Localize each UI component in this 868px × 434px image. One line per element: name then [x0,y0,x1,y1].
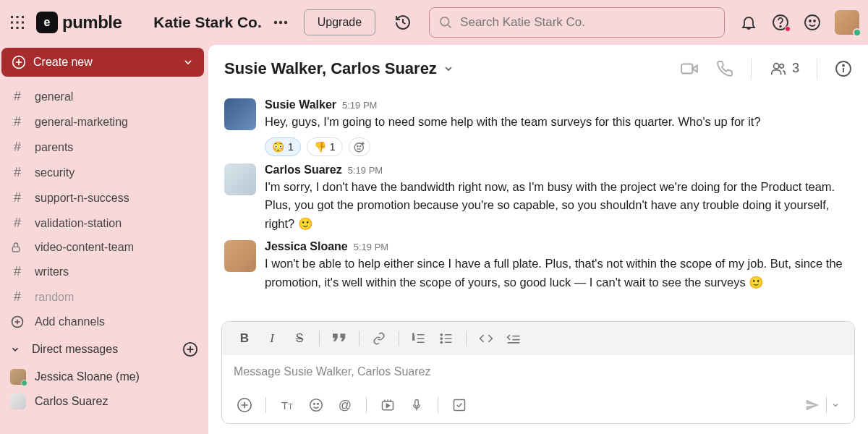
workspace-menu-icon[interactable] [273,20,288,25]
bullet-list-button[interactable] [434,328,459,349]
notifications-icon[interactable] [739,13,758,32]
message-avatar[interactable] [224,163,256,195]
reaction[interactable]: 😳1 [265,137,301,156]
add-channels-button[interactable]: Add channels [0,310,208,334]
italic-button[interactable]: I [260,328,284,349]
svg-rect-22 [12,247,19,252]
dm-name: Jessica Sloane (me) [35,370,140,383]
channel-item-writers[interactable]: #writers [0,259,208,284]
message: Susie Walker5:19 PMHey, guys, I'm going … [224,98,852,156]
channel-item-support-n-success[interactable]: #support-n-success [0,185,208,210]
svg-point-18 [814,20,815,22]
audio-call-icon[interactable] [716,60,733,77]
mention-icon[interactable]: @ [333,394,357,416]
current-user-avatar[interactable] [835,10,859,35]
message-input[interactable]: Message Susie Walker, Carlos Suarez [222,355,854,388]
history-icon[interactable] [391,11,414,34]
svg-point-49 [441,334,442,336]
presence-dot [21,380,27,386]
message-avatar[interactable] [224,98,256,130]
logo[interactable]: e pumble [36,12,122,33]
conversation-title[interactable]: Susie Walker, Carlos Suarez [224,59,437,78]
presence-indicator [853,28,861,37]
channel-name: parents [35,141,73,154]
channel-item-random[interactable]: #random [0,284,208,310]
audio-clip-icon[interactable] [404,394,429,416]
apps-grid-icon[interactable] [9,14,26,31]
message-author[interactable]: Carlos Suarez [265,163,342,176]
svg-rect-29 [681,64,692,73]
help-notification-dot [785,26,791,32]
message-time: 5:19 PM [348,165,383,176]
svg-rect-7 [17,27,19,29]
svg-point-38 [359,145,360,146]
emoji-icon[interactable] [803,13,822,32]
shortcuts-icon[interactable] [447,394,472,416]
info-icon[interactable] [835,60,852,77]
message-text: I'm sorry, I don't have the bandwidth ri… [265,178,852,234]
workspace-name[interactable]: Katie Stark Co. [153,14,261,31]
search-bar[interactable] [429,7,725,38]
hash-icon: # [10,289,25,305]
svg-text:2: 2 [412,336,414,341]
dm-section-header[interactable]: Direct messages [0,334,208,365]
channel-item-security[interactable]: #security [0,160,208,185]
hash-icon: # [10,165,25,180]
send-button-group [799,395,844,415]
hash-icon: # [10,89,25,104]
channel-item-general[interactable]: #general [0,84,208,109]
svg-rect-2 [22,16,24,18]
channel-item-video-content-team[interactable]: video-content-team [0,236,208,259]
svg-point-31 [774,63,779,68]
send-options-icon[interactable] [827,398,844,412]
dm-name: Carlos Suarez [35,395,108,408]
message: Jessica Sloane5:19 PMI won't be able to … [224,240,852,292]
channel-item-general-marketing[interactable]: #general-marketing [0,109,208,135]
svg-point-58 [310,399,323,412]
svg-rect-66 [415,400,419,407]
emoji-picker-icon[interactable] [304,394,328,416]
search-input[interactable] [460,15,715,30]
chevron-down-icon[interactable] [443,63,454,75]
message-author[interactable]: Jessica Sloane [265,240,348,253]
svg-point-60 [318,404,319,405]
plus-circle-icon [10,315,25,329]
format-toolbar: B I S 12 [222,322,854,355]
create-new-button[interactable]: Create new [1,48,204,77]
video-call-icon[interactable] [680,59,699,78]
code-block-button[interactable] [501,328,526,349]
strikethrough-button[interactable]: S [287,328,312,349]
send-button[interactable] [799,395,826,415]
divider [751,59,752,79]
channel-item-parents[interactable]: #parents [0,135,208,160]
dm-item[interactable]: Jessica Sloane (me) [0,365,208,389]
message-avatar[interactable] [224,240,256,272]
svg-point-36 [354,142,363,151]
upgrade-button[interactable]: Upgrade [304,9,375,35]
video-clip-icon[interactable] [375,394,400,416]
add-channels-label: Add channels [35,315,105,328]
add-reaction-icon[interactable] [349,137,370,156]
reaction[interactable]: 👎1 [307,137,343,156]
svg-point-10 [279,21,282,24]
message-author[interactable]: Susie Walker [265,98,336,111]
svg-rect-5 [22,22,24,24]
link-button[interactable] [367,328,391,349]
bold-button[interactable]: B [232,328,257,349]
attach-icon[interactable] [232,394,257,416]
channel-item-validation-station[interactable]: #validation-station [0,210,208,236]
svg-marker-65 [386,404,389,407]
conversation-header: Susie Walker, Carlos Suarez 3 [208,45,868,93]
composer: B I S 12 Message Susie Walker, Carlos Su… [221,321,855,424]
ordered-list-button[interactable]: 12 [407,328,431,349]
help-icon[interactable] [771,13,790,32]
member-count[interactable]: 3 [769,61,799,77]
svg-rect-8 [22,27,24,29]
channel-name: general-marketing [35,116,128,129]
add-dm-icon[interactable] [182,341,198,357]
dm-item[interactable]: Carlos Suarez [0,389,208,414]
text-format-icon[interactable]: TT [275,394,299,416]
code-button[interactable] [474,328,498,349]
message-list: Susie Walker5:19 PMHey, guys, I'm going … [208,93,868,321]
quote-button[interactable] [327,328,352,349]
